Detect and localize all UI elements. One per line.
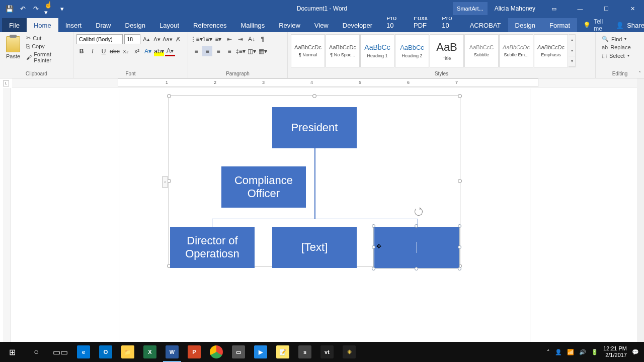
cortana-icon[interactable]: ○ — [24, 342, 48, 362]
shape-handle[interactable] — [372, 245, 375, 249]
tab-developer[interactable]: Developer — [336, 18, 379, 32]
style-heading1[interactable]: AaBbCcHeading 1 — [360, 34, 394, 67]
align-center-icon[interactable]: ≡ — [202, 46, 212, 56]
taskbar-edge[interactable]: e — [72, 342, 95, 362]
sort-icon[interactable]: A↓ — [247, 34, 257, 44]
justify-icon[interactable]: ≡ — [224, 46, 234, 56]
resize-handle[interactable] — [312, 94, 316, 98]
taskbar-word[interactable]: W — [161, 342, 183, 362]
font-color-icon[interactable]: A▾ — [165, 46, 175, 56]
node-director[interactable]: Director of Operatiosn — [170, 227, 255, 268]
undo-icon[interactable]: ↶ — [18, 4, 27, 13]
taskbar-excel[interactable]: X — [139, 342, 161, 362]
taskbar-app2[interactable]: ▶ — [250, 342, 272, 362]
font-name-combo[interactable]: Calibri (Body) — [76, 34, 123, 44]
tab-file[interactable]: File — [2, 18, 27, 32]
increase-indent-icon[interactable]: ⇥ — [235, 34, 246, 44]
share-button[interactable]: 👤Share — [609, 19, 644, 32]
tray-clock[interactable]: 12:21 PM 2/1/2017 — [603, 345, 627, 358]
paste-button[interactable]: Paste — [3, 34, 23, 61]
tray-people-icon[interactable]: 👤 — [555, 349, 562, 355]
tab-view[interactable]: View — [307, 18, 336, 32]
tab-review[interactable]: Review — [272, 18, 307, 32]
tab-mailings[interactable]: Mailings — [234, 18, 272, 32]
align-left-icon[interactable]: ≡ — [191, 46, 201, 56]
start-button[interactable]: ⊞ — [0, 342, 24, 362]
vertical-scrollbar[interactable] — [637, 78, 644, 342]
shape-handle[interactable] — [415, 267, 418, 270]
show-marks-icon[interactable]: ¶ — [258, 34, 268, 44]
taskbar-powerpoint[interactable]: P — [183, 342, 205, 362]
touch-mode-icon[interactable]: ☝▾ — [44, 4, 53, 13]
smartart-frame[interactable]: ‹ President Compliance Officer Director … — [169, 96, 460, 266]
text-effects-icon[interactable]: A▾ — [143, 46, 153, 56]
ribbon-display-icon[interactable]: ▭ — [542, 0, 566, 17]
taskbar-sticky[interactable]: 📝 — [272, 342, 294, 362]
bullets-icon[interactable]: ⋮≡▾ — [191, 34, 201, 44]
tab-layout[interactable]: Layout — [152, 18, 186, 32]
align-right-icon[interactable]: ≡ — [213, 46, 223, 56]
document-area[interactable]: ‹ President Compliance Officer Director … — [12, 88, 637, 342]
change-case-icon[interactable]: Aa▾ — [163, 35, 172, 44]
italic-button[interactable]: I — [88, 46, 98, 56]
system-tray[interactable]: ˄ 👤 📶 🔊 🔋 12:21 PM 2/1/2017 💬 — [542, 345, 644, 358]
style-title[interactable]: AaBTitle — [430, 34, 464, 67]
style-heading2[interactable]: AaBbCcHeading 2 — [395, 34, 429, 67]
qat-more-icon[interactable]: ▾ — [57, 4, 66, 13]
taskbar-app1[interactable]: ▭ — [227, 342, 250, 362]
resize-handle[interactable] — [167, 94, 171, 98]
shading-icon[interactable]: ◫▾ — [247, 46, 257, 56]
close-icon[interactable]: ✕ — [621, 0, 644, 17]
node-president[interactable]: President — [272, 107, 357, 148]
tray-notifications-icon[interactable]: 💬 — [632, 349, 639, 355]
tab-acrobat[interactable]: ACROBAT — [463, 18, 508, 32]
rotate-handle-icon[interactable] — [415, 208, 423, 216]
user-name[interactable]: Alicia Mahoney — [491, 5, 539, 12]
tray-chevron-icon[interactable]: ˄ — [547, 349, 550, 355]
maximize-icon[interactable]: ☐ — [595, 0, 618, 17]
tab-smartart-format[interactable]: Format — [542, 18, 577, 32]
find-button[interactable]: 🔍Find▾ — [601, 35, 639, 43]
style-normal[interactable]: AaBbCcDc¶ Normal — [291, 34, 325, 67]
style-subtitle[interactable]: AaBbCcCSubtitle — [464, 34, 499, 67]
shape-handle[interactable] — [372, 224, 375, 228]
tab-selector[interactable]: L — [3, 80, 9, 86]
underline-button[interactable]: U — [99, 46, 109, 56]
line-spacing-icon[interactable]: ‡≡▾ — [235, 46, 246, 56]
decrease-indent-icon[interactable]: ⇤ — [224, 34, 234, 44]
grow-font-icon[interactable]: A▴ — [142, 35, 151, 44]
resize-handle[interactable] — [458, 94, 462, 98]
node-text[interactable]: [Text] — [272, 227, 357, 268]
shape-handle[interactable] — [458, 245, 461, 249]
borders-icon[interactable]: ▦▾ — [258, 46, 268, 56]
clear-format-icon[interactable]: A̸ — [174, 35, 183, 44]
text-pane-toggle[interactable]: ‹ — [162, 176, 168, 188]
numbering-icon[interactable]: 1≡▾ — [202, 34, 212, 44]
horizontal-ruler[interactable]: 1 2 3 4 5 6 7 — [12, 78, 644, 87]
resize-handle[interactable] — [458, 179, 462, 183]
tell-me-search[interactable]: 💡Tell me — [577, 18, 609, 32]
select-button[interactable]: ⬚Select▾ — [601, 52, 639, 59]
minimize-icon[interactable]: — — [569, 0, 592, 17]
taskbar-app3[interactable]: s — [294, 342, 316, 362]
shrink-font-icon[interactable]: A▾ — [152, 35, 162, 44]
format-painter-button[interactable]: 🖌Format Painter — [25, 51, 70, 64]
node-compliance[interactable]: Compliance Officer — [221, 166, 306, 208]
gallery-scroll[interactable]: ▴▾▾ — [569, 34, 576, 67]
shape-handle[interactable] — [372, 267, 375, 270]
taskbar-app4[interactable]: vt — [316, 342, 338, 362]
styles-gallery[interactable]: AaBbCcDc¶ Normal AaBbCcDc¶ No Spac... Aa… — [291, 34, 592, 67]
tab-draw[interactable]: Draw — [89, 18, 118, 32]
redo-icon[interactable]: ↷ — [31, 4, 40, 13]
style-emphasis[interactable]: AaBbCcDcEmphasis — [534, 34, 568, 67]
tab-insert[interactable]: Insert — [58, 18, 89, 32]
vertical-ruler[interactable] — [3, 88, 11, 342]
strike-button[interactable]: abc — [110, 46, 120, 56]
tab-references[interactable]: References — [186, 18, 233, 32]
superscript-button[interactable]: x² — [132, 46, 142, 56]
tray-volume-icon[interactable]: 🔊 — [579, 349, 586, 355]
taskbar-app5[interactable]: ✳ — [338, 342, 360, 362]
save-icon[interactable]: 💾 — [5, 4, 14, 13]
tray-wifi-icon[interactable]: 📶 — [567, 349, 574, 355]
cut-button[interactable]: ✂Cut — [25, 34, 70, 42]
